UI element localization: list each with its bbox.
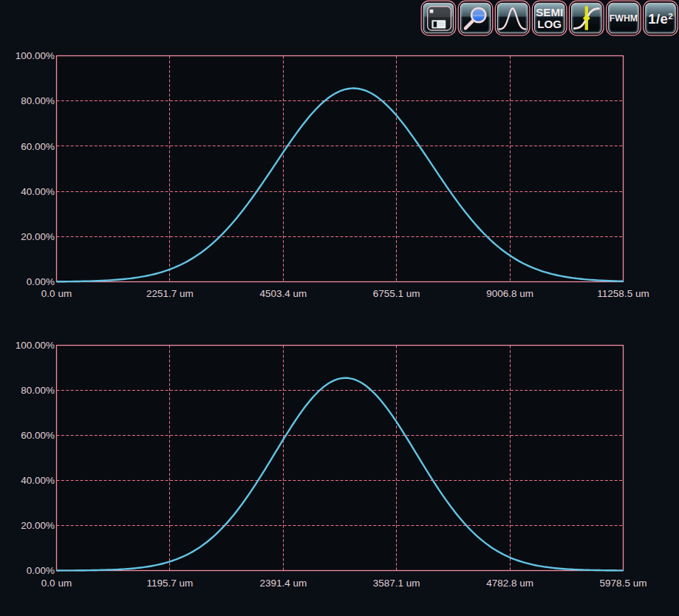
svg-text:LOG: LOG <box>537 18 562 30</box>
svg-text:20.00%: 20.00% <box>21 520 55 531</box>
svg-text:1/e: 1/e <box>648 11 668 27</box>
svg-text:0.00%: 0.00% <box>27 276 55 287</box>
svg-text:0.00%: 0.00% <box>27 565 55 576</box>
svg-text:80.00%: 80.00% <box>21 385 55 396</box>
svg-text:4503.4 um: 4503.4 um <box>259 288 307 299</box>
svg-text:SEMI: SEMI <box>536 6 563 18</box>
svg-text:40.00%: 40.00% <box>21 475 55 486</box>
svg-text:0.0 um: 0.0 um <box>41 288 72 299</box>
svg-text:2391.4 um: 2391.4 um <box>259 578 307 589</box>
svg-text:100.00%: 100.00% <box>16 340 55 351</box>
svg-text:2: 2 <box>668 11 673 21</box>
svg-text:0.0 um: 0.0 um <box>41 578 72 589</box>
svg-text:4782.8 um: 4782.8 um <box>486 578 533 589</box>
svg-text:20.00%: 20.00% <box>21 231 55 242</box>
svg-text:FWHM: FWHM <box>610 13 638 24</box>
svg-text:9006.8 um: 9006.8 um <box>486 288 533 299</box>
svg-text:3587.1 um: 3587.1 um <box>373 578 420 589</box>
svg-text:60.00%: 60.00% <box>21 141 55 152</box>
svg-text:100.00%: 100.00% <box>16 50 55 61</box>
svg-text:40.00%: 40.00% <box>21 186 55 197</box>
svg-text:60.00%: 60.00% <box>21 430 55 441</box>
svg-text:5978.5 um: 5978.5 um <box>600 578 647 589</box>
svg-text:2251.7 um: 2251.7 um <box>146 288 194 299</box>
svg-text:1195.7 um: 1195.7 um <box>147 578 194 589</box>
svg-text:11258.5 um: 11258.5 um <box>597 288 649 299</box>
svg-text:80.00%: 80.00% <box>21 95 55 106</box>
svg-text:6755.1 um: 6755.1 um <box>373 288 420 299</box>
